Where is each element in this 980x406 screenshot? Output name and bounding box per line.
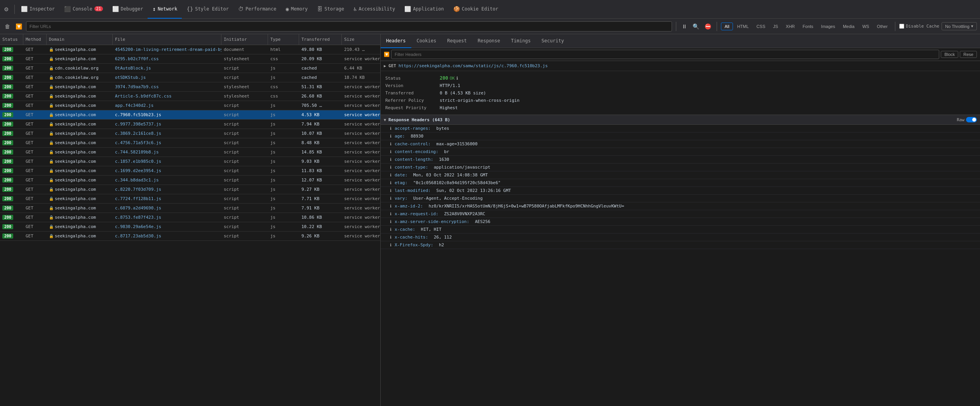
resp-header-info-icon[interactable]: ℹ [390, 227, 392, 232]
col-type[interactable]: Type [268, 34, 299, 45]
table-row[interactable]: 200 GET 🔒seekingalpha.com c.9830.29a6e54… [0, 222, 380, 232]
table-row[interactable]: 200 GET 🔒seekingalpha.com c.3869.2c161ce… [0, 129, 380, 138]
table-row[interactable]: 200 GET 🔒seekingalpha.com 3974.7d9aa7b9.… [0, 82, 380, 92]
table-row[interactable]: 200 GET 🔒seekingalpha.com Article-S.b9df… [0, 92, 380, 101]
tab-application[interactable]: ⬜ Application [400, 0, 448, 19]
table-row[interactable]: 200 GET 🔒cdn.cookielaw.org otSDKStub.js … [0, 73, 380, 82]
type-xhr[interactable]: XHR [782, 23, 798, 30]
cell-size: service worker [342, 166, 380, 175]
devtools-menu-button[interactable]: ⚙ [2, 5, 11, 14]
right-tab-request[interactable]: Request [442, 34, 472, 48]
resp-header-row: ℹ etag: "0c1c0568102c0a94d195f20c58d43be… [381, 179, 980, 187]
type-css[interactable]: CSS [753, 23, 769, 30]
throttle-button[interactable]: No Throttling ▾ [942, 22, 977, 30]
table-row[interactable]: 200 GET 🔒seekingalpha.com c.9977.398e573… [0, 120, 380, 129]
type-js[interactable]: JS [769, 23, 782, 30]
expand-triangle-icon[interactable]: ▶ [384, 64, 386, 68]
reset-button[interactable]: Rese [960, 51, 977, 58]
cell-domain: 🔒seekingalpha.com [47, 54, 113, 63]
type-all[interactable]: All [721, 23, 733, 30]
resp-header-info-icon[interactable]: ℹ [390, 165, 392, 169]
tab-performance[interactable]: ⏱ Performance [233, 0, 281, 19]
disable-cache-checkbox[interactable] [899, 24, 904, 29]
resp-header-info-icon[interactable]: ℹ [390, 181, 392, 185]
tab-memory[interactable]: ◉ Memory [281, 0, 313, 19]
resp-header-info-icon[interactable]: ℹ [390, 235, 392, 239]
cell-domain: 🔒seekingalpha.com [47, 120, 113, 129]
table-row[interactable]: 200 GET 🔒seekingalpha.com c.1699.d2ee395… [0, 166, 380, 176]
type-images[interactable]: Images [818, 23, 839, 30]
tab-console[interactable]: ⬛ Console 21 [59, 0, 108, 19]
tab-inspector[interactable]: ⬜ Inspector [16, 0, 59, 19]
resp-header-info-icon[interactable]: ℹ [390, 173, 392, 177]
status-help-icon[interactable]: ℹ [456, 76, 458, 81]
table-row[interactable]: 200 GET 🔒seekingalpha.com app.f4c340d2.j… [0, 101, 380, 110]
table-row[interactable]: 200 GET 🔒seekingalpha.com c.344.b8dad3c1… [0, 176, 380, 185]
stop-button[interactable]: ⛔ [703, 22, 713, 31]
resp-header-info-icon[interactable]: ℹ [390, 126, 392, 131]
right-tab-headers[interactable]: Headers [381, 34, 411, 48]
table-row[interactable]: 200 GET 🔒seekingalpha.com c.7724.ff128b1… [0, 194, 380, 204]
resp-header-info-icon[interactable]: ℹ [390, 188, 392, 193]
table-row[interactable]: 200 GET 🔒seekingalpha.com c.8717.23ab5d3… [0, 232, 380, 241]
resp-header-info-icon[interactable]: ℹ [390, 150, 392, 154]
resp-header-info-icon[interactable]: ℹ [390, 196, 392, 200]
response-headers-expand-icon[interactable]: ▼ [384, 118, 386, 122]
col-method[interactable]: Method [23, 34, 47, 45]
tab-cookie-editor[interactable]: 🍪 Cookie Editor [449, 0, 503, 19]
clear-button[interactable]: 🗑 [3, 22, 12, 31]
search-button[interactable]: 🔍 [691, 22, 701, 31]
disable-cache-label[interactable]: Disable Cache [899, 24, 939, 29]
col-initiator[interactable]: Initiator [221, 34, 268, 45]
right-tab-security[interactable]: Security [536, 34, 569, 48]
col-size[interactable]: Size [342, 34, 381, 45]
right-tab-response[interactable]: Response [472, 34, 506, 48]
cell-type: js [268, 110, 299, 119]
type-fonts[interactable]: Fonts [799, 23, 817, 30]
table-row[interactable]: 200 GET 🔒seekingalpha.com c.4756.71a5f3c… [0, 138, 380, 148]
resp-header-info-icon[interactable]: ℹ [390, 204, 392, 208]
table-row[interactable]: 200 GET 🔒seekingalpha.com c.7960.fc510b2… [0, 110, 380, 120]
resp-header-info-icon[interactable]: ℹ [390, 243, 392, 247]
cell-type: js [268, 213, 299, 222]
block-button[interactable]: Block [941, 51, 958, 58]
type-ws[interactable]: WS [859, 23, 873, 30]
raw-toggle-switch[interactable] [966, 117, 977, 122]
tab-style-editor[interactable]: {} Style Editor [182, 0, 233, 19]
filter-urls-input[interactable] [26, 21, 672, 31]
table-row[interactable]: 200 GET 🔒seekingalpha.com c.6079.a2d4969… [0, 204, 380, 213]
cell-type: js [268, 120, 299, 129]
table-row[interactable]: 200 GET 🔒seekingalpha.com c.8753.fe87f42… [0, 213, 380, 222]
table-row[interactable]: 200 GET 🔒seekingalpha.com c.744.582109b8… [0, 148, 380, 157]
col-file[interactable]: File [113, 34, 221, 45]
table-row[interactable]: 200 GET 🔒seekingalpha.com c.8220.7f03d70… [0, 185, 380, 194]
tab-storage[interactable]: 🗄 Storage [312, 0, 349, 19]
table-row[interactable]: 200 GET 🔒seekingalpha.com c.1857.e1b985c… [0, 157, 380, 166]
resp-header-info-icon[interactable]: ℹ [390, 134, 392, 138]
col-transferred[interactable]: Transferred [299, 34, 342, 45]
pause-button[interactable]: ⏸ [680, 22, 689, 31]
col-status[interactable]: Status [0, 34, 23, 45]
type-media[interactable]: Media [839, 23, 858, 30]
cell-domain: 🔒seekingalpha.com [47, 110, 113, 119]
table-row[interactable]: 200 GET 🔒cdn.cookielaw.org OtAutoBlock.j… [0, 64, 380, 73]
resp-header-info-icon[interactable]: ℹ [390, 142, 392, 146]
col-domain[interactable]: Domain [47, 34, 113, 45]
filter-headers-input[interactable] [391, 50, 939, 59]
resp-header-row: ℹ vary: User-Agent, Accept-Encoding [381, 195, 980, 202]
table-row[interactable]: 200 GET 🔒seekingalpha.com 6295.b02c7f0f.… [0, 54, 380, 64]
status-code: 200 [440, 75, 448, 81]
filter-icon-button[interactable]: 🔽 [14, 22, 24, 31]
right-tab-timings[interactable]: Timings [506, 34, 536, 48]
type-other[interactable]: Other [874, 23, 891, 30]
tab-accessibility[interactable]: ♿ Accessibility [349, 0, 400, 19]
tab-network[interactable]: ↕ Network [148, 0, 182, 19]
resp-header-info-icon[interactable]: ℹ [390, 220, 392, 224]
resp-header-info-icon[interactable]: ℹ [390, 157, 392, 162]
right-tab-cookies[interactable]: Cookies [411, 34, 442, 48]
response-headers-section-header[interactable]: ▼ Response Headers (643 B) Raw [381, 115, 980, 125]
table-row[interactable]: 200 GET 🔒seekingalpha.com 4545200-im-liv… [0, 45, 380, 54]
tab-debugger[interactable]: ⬜ Debugger [108, 0, 148, 19]
resp-header-info-icon[interactable]: ℹ [390, 212, 392, 216]
type-html[interactable]: HTML [734, 23, 752, 30]
